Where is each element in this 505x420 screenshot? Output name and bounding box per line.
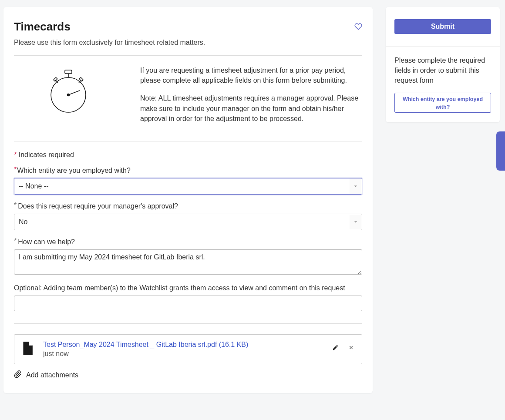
watchlist-input[interactable] <box>14 296 362 311</box>
manager-approval-select-value[interactable]: No <box>14 214 349 230</box>
favorite-icon[interactable] <box>354 23 362 32</box>
submit-button[interactable]: Submit <box>394 19 491 34</box>
main-form-card: Timecards Please use this form exclusive… <box>3 7 373 393</box>
entity-select[interactable]: -- None -- <box>14 178 362 195</box>
sidebar-card: Submit Please complete the required fiel… <box>386 7 500 122</box>
attachment-filename[interactable]: Test Person_May 2024 Timesheet _ GitLab … <box>43 341 339 349</box>
page-title: Timecards <box>14 20 205 34</box>
required-indicator-note: * Indicates required <box>14 151 362 159</box>
page-subtitle: Please use this form exclusively for tim… <box>14 39 205 47</box>
edit-icon[interactable] <box>332 344 339 353</box>
stopwatch-icon <box>14 65 123 131</box>
divider <box>14 141 362 141</box>
required-field-link[interactable]: Which entity are you employed with? <box>394 93 491 113</box>
remove-icon[interactable] <box>348 344 354 353</box>
required-field-link-text[interactable]: Which entity are you employed with? <box>403 96 483 110</box>
intro-paragraph-1: If you are requesting a timesheet adjust… <box>140 65 362 85</box>
chevron-down-icon[interactable] <box>349 178 362 194</box>
add-attachments-button[interactable]: Add attachments <box>14 370 362 380</box>
attachment-item: Test Person_May 2024 Timesheet _ GitLab … <box>14 334 362 364</box>
intro-paragraph-2: Note: ALL timesheet adjustments requires… <box>140 93 362 124</box>
svg-rect-1 <box>65 70 72 74</box>
entity-label: *Which entity are you employed with? <box>14 167 362 175</box>
chevron-down-icon[interactable] <box>349 214 362 230</box>
manager-approval-select[interactable]: No <box>14 214 362 230</box>
add-attachments-label: Add attachments <box>26 371 78 379</box>
svg-rect-4 <box>54 77 57 81</box>
svg-line-8 <box>68 91 80 95</box>
sidebar-message: Please complete the required fields in o… <box>386 47 500 93</box>
paperclip-icon <box>14 370 22 380</box>
file-icon <box>21 342 33 356</box>
attachment-timestamp: just now <box>43 350 339 358</box>
entity-select-value[interactable]: -- None -- <box>14 178 349 194</box>
watchlist-label: Optional: Adding team member(s) to the W… <box>14 284 362 292</box>
feedback-tab[interactable] <box>496 131 505 171</box>
svg-rect-6 <box>79 77 83 81</box>
help-label: *How can we help? <box>14 238 362 246</box>
manager-approval-label: *Does this request require your manager'… <box>14 202 362 210</box>
help-textarea[interactable] <box>14 249 362 275</box>
divider <box>14 323 362 324</box>
